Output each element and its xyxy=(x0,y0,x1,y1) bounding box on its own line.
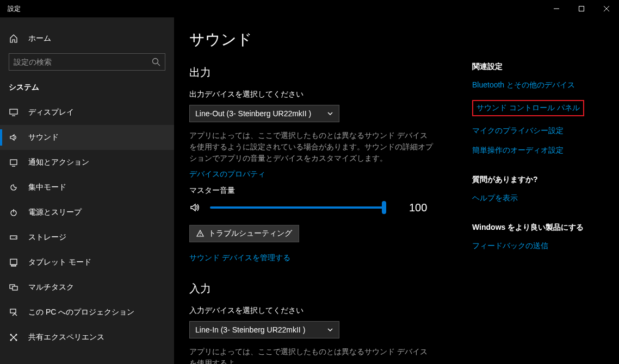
slider-thumb[interactable] xyxy=(382,201,386,214)
sidebar-item-label: マルチタスク xyxy=(28,283,165,292)
feedback-link[interactable]: フィードバックの送信 xyxy=(472,241,606,251)
titlebar: 設定 xyxy=(0,0,619,17)
minimize-button[interactable] xyxy=(544,0,569,17)
search-icon xyxy=(152,58,160,66)
maximize-icon xyxy=(579,6,584,11)
svg-rect-6 xyxy=(10,109,17,114)
svg-rect-17 xyxy=(13,286,17,290)
svg-rect-18 xyxy=(10,309,16,313)
chevron-down-icon xyxy=(327,110,333,117)
highlight-box: サウンド コントロール パネル xyxy=(472,100,584,116)
master-volume-value: 100 xyxy=(409,202,427,214)
master-volume-slider[interactable] xyxy=(210,201,384,214)
svg-rect-14 xyxy=(10,259,17,265)
window-title: 設定 xyxy=(0,4,21,14)
tablet-icon xyxy=(9,258,18,267)
svg-line-5 xyxy=(158,64,160,66)
storage-icon xyxy=(9,233,18,242)
shared-icon xyxy=(9,333,18,342)
content: サウンド 出力 出力デバイスを選択してください Line-Out (3- Ste… xyxy=(189,29,472,364)
right-column: 関連設定 Bluetooth とその他のデバイス サウンド コントロール パネル… xyxy=(472,29,619,364)
sidebar-item-focus[interactable]: 集中モード xyxy=(0,175,174,200)
input-select-label: 入力デバイスを選択してください xyxy=(189,306,461,316)
output-select-label: 出力デバイスを選択してください xyxy=(189,90,461,99)
focus-icon xyxy=(9,183,18,192)
sidebar-item-label: 電源とスリープ xyxy=(28,208,165,217)
sidebar-item-label: 集中モード xyxy=(28,183,165,192)
page-title: サウンド xyxy=(189,29,461,50)
close-button[interactable] xyxy=(594,0,619,17)
sidebar-item-label: タブレット モード xyxy=(28,258,165,267)
sidebar-item-multitask[interactable]: マルチタスク xyxy=(0,275,174,300)
minimize-icon xyxy=(554,6,559,11)
multitask-icon xyxy=(9,283,18,292)
svg-rect-8 xyxy=(10,160,17,165)
ease-of-access-audio-link[interactable]: 簡単操作のオーディオ設定 xyxy=(472,146,606,155)
sidebar-item-storage[interactable]: ストレージ xyxy=(0,225,174,250)
svg-point-13 xyxy=(15,237,16,238)
svg-point-4 xyxy=(153,59,158,64)
sidebar-item-label: サウンド xyxy=(28,133,165,142)
sidebar-item-display[interactable]: ディスプレイ xyxy=(0,100,174,125)
svg-rect-1 xyxy=(579,7,584,11)
home-label: ホーム xyxy=(28,34,51,43)
input-body-text: アプリによっては、ここで選択したものとは異なるサウンド デバイスを使用するよ xyxy=(189,346,434,364)
maximize-button[interactable] xyxy=(569,0,594,17)
search-box[interactable] xyxy=(9,53,165,71)
svg-point-26 xyxy=(200,235,200,235)
display-icon xyxy=(9,108,18,117)
svg-point-21 xyxy=(10,334,12,336)
output-device-value: Line-Out (3- Steinberg UR22mkII ) xyxy=(195,109,327,118)
troubleshoot-button[interactable]: トラブルシューティング xyxy=(189,225,299,242)
question-heading: 質問がありますか? xyxy=(472,175,606,185)
sidebar-item-label: 通知とアクション xyxy=(28,158,165,167)
svg-point-23 xyxy=(10,340,12,341)
output-heading: 出力 xyxy=(189,65,461,80)
output-device-select[interactable]: Line-Out (3- Steinberg UR22mkII ) xyxy=(189,105,339,122)
troubleshoot-label: トラブルシューティング xyxy=(208,229,292,239)
nav: ディスプレイ サウンド 通知とアクション 集中モード 電源とスリープ xyxy=(0,100,174,350)
sidebar-item-label: この PC へのプロジェクション xyxy=(28,307,165,317)
device-properties-link[interactable]: デバイスのプロパティ xyxy=(189,170,461,179)
sidebar-item-projection[interactable]: この PC へのプロジェクション xyxy=(0,300,174,325)
projection-icon xyxy=(9,308,18,317)
related-settings-heading: 関連設定 xyxy=(472,62,606,72)
manage-sound-devices-link[interactable]: サウンド デバイスを管理する xyxy=(189,253,461,263)
mic-privacy-link[interactable]: マイクのプライバシー設定 xyxy=(472,126,606,136)
sound-control-panel-link[interactable]: サウンド コントロール パネル xyxy=(476,103,580,113)
svg-rect-15 xyxy=(11,265,16,266)
sidebar: ホーム システム ディスプレイ サウンド xyxy=(0,17,174,364)
bluetooth-link[interactable]: Bluetooth とその他のデバイス xyxy=(472,80,606,90)
sidebar-item-notifications[interactable]: 通知とアクション xyxy=(0,150,174,175)
sidebar-item-tablet[interactable]: タブレット モード xyxy=(0,250,174,275)
output-body-text: アプリによっては、ここで選択したものとは異なるサウンド デバイスを使用するように… xyxy=(189,130,434,164)
category-label: システム xyxy=(0,78,174,100)
input-device-value: Line-In (3- Steinberg UR22mkII ) xyxy=(195,325,327,334)
sidebar-item-label: ディスプレイ xyxy=(28,108,165,117)
volume-icon[interactable] xyxy=(189,202,201,213)
sidebar-item-label: 共有エクスペリエンス xyxy=(28,332,165,342)
speaker-icon xyxy=(9,133,18,142)
power-icon xyxy=(9,208,18,217)
input-device-select[interactable]: Line-In (3- Steinberg UR22mkII ) xyxy=(189,321,339,338)
svg-point-24 xyxy=(16,340,17,341)
get-help-link[interactable]: ヘルプを表示 xyxy=(472,193,606,203)
sidebar-item-label: ストレージ xyxy=(28,233,165,242)
close-icon xyxy=(604,6,609,11)
home-button[interactable]: ホーム xyxy=(0,28,174,49)
sidebar-item-power[interactable]: 電源とスリープ xyxy=(0,200,174,225)
sidebar-item-sound[interactable]: サウンド xyxy=(0,125,174,150)
chevron-down-icon xyxy=(327,327,333,333)
svg-point-22 xyxy=(16,334,17,336)
notifications-icon xyxy=(9,158,18,167)
warning-icon xyxy=(196,230,204,237)
master-volume-label: マスター音量 xyxy=(189,186,461,196)
sidebar-item-shared[interactable]: 共有エクスペリエンス xyxy=(0,325,174,350)
home-icon xyxy=(9,34,18,43)
input-heading: 入力 xyxy=(189,281,461,296)
feedback-heading: Windows をより良い製品にする xyxy=(472,223,606,233)
search-input[interactable] xyxy=(14,58,152,66)
